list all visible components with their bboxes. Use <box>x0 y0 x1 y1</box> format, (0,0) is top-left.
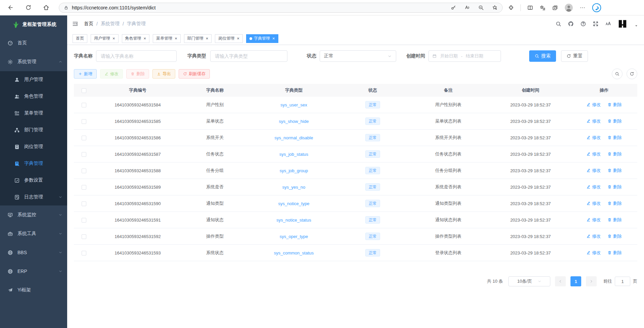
row-checkbox[interactable] <box>82 119 86 124</box>
sidebar-item-monitor[interactable]: 系统监控 <box>0 205 67 224</box>
edit-link[interactable]: 修改 <box>586 102 601 108</box>
collections-icon[interactable] <box>552 5 558 11</box>
show-search-button[interactable] <box>612 68 623 79</box>
sidebar-item-posts[interactable]: 岗位管理 <box>0 138 67 155</box>
reset-button[interactable]: 重置 <box>561 50 588 62</box>
dict-type-link[interactable]: sys_user_sex <box>280 102 307 107</box>
lock-icon[interactable] <box>64 5 68 10</box>
delete-link[interactable]: 删除 <box>607 151 622 157</box>
tab-home[interactable]: 首页 <box>73 34 87 43</box>
dict-type-input[interactable] <box>210 50 287 62</box>
read-aloud-icon[interactable] <box>464 5 470 10</box>
edit-link[interactable]: 修改 <box>586 135 601 141</box>
date-range-input[interactable]: 开始日期 - 结束日期 <box>428 50 501 62</box>
page-size-select[interactable]: 10条/页 <box>508 276 550 286</box>
sidebar-logo-row[interactable]: 意框架管理系统 <box>0 15 67 34</box>
close-icon[interactable]: × <box>272 36 275 41</box>
edit-button[interactable]: 修改 <box>100 69 123 79</box>
favorites-bar-icon[interactable] <box>540 5 546 11</box>
dict-type-link[interactable]: sys_oper_type <box>280 234 308 239</box>
bing-icon[interactable] <box>592 3 601 12</box>
edit-link[interactable]: 修改 <box>586 118 601 124</box>
delete-link[interactable]: 删除 <box>607 250 622 256</box>
question-icon[interactable] <box>580 21 586 27</box>
row-checkbox[interactable] <box>82 136 86 140</box>
row-checkbox[interactable] <box>82 218 86 223</box>
row-checkbox[interactable] <box>82 251 86 255</box>
dict-name-input[interactable] <box>96 50 177 62</box>
dict-type-link[interactable]: sys_common_status <box>274 250 314 255</box>
tab-dict[interactable]: 字典管理 × <box>246 34 278 43</box>
close-icon[interactable]: × <box>237 36 239 41</box>
row-checkbox[interactable] <box>82 201 86 206</box>
search-icon[interactable] <box>555 21 561 27</box>
edit-link[interactable]: 修改 <box>586 250 601 256</box>
row-checkbox[interactable] <box>82 185 86 190</box>
tab-dept[interactable]: 部门管理 × <box>184 34 212 43</box>
sidebar-item-home[interactable]: 首页 <box>0 34 67 52</box>
extensions-icon[interactable] <box>508 5 514 11</box>
breadcrumb-item[interactable]: / 首页 <box>84 21 93 27</box>
delete-link[interactable]: 删除 <box>607 135 622 141</box>
split-screen-icon[interactable] <box>527 5 533 11</box>
tab-user[interactable]: 用户管理 × <box>91 34 119 43</box>
close-icon[interactable]: × <box>112 36 115 41</box>
key-icon[interactable] <box>451 5 456 10</box>
goto-page-input[interactable] <box>615 277 630 286</box>
tab-role[interactable]: 角色管理 × <box>122 34 150 43</box>
row-checkbox[interactable] <box>82 169 86 173</box>
delete-button[interactable]: 删除 <box>126 69 149 79</box>
edit-link[interactable]: 修改 <box>586 200 601 206</box>
back-icon[interactable] <box>7 4 14 11</box>
prev-page-button[interactable] <box>555 276 566 286</box>
refresh-table-button[interactable] <box>627 68 637 79</box>
sidebar-item-dict[interactable]: 字典管理 <box>0 155 67 172</box>
zoom-out-icon[interactable] <box>478 5 484 10</box>
hamburger-icon[interactable] <box>72 20 79 27</box>
current-page-button[interactable]: 1 <box>570 276 581 286</box>
tab-post[interactable]: 岗位管理 × <box>215 34 243 43</box>
sidebar-item-erp[interactable]: ERP <box>0 262 67 281</box>
home-icon[interactable] <box>43 4 49 11</box>
sidebar-item-roles[interactable]: 角色管理 <box>0 88 67 105</box>
row-checkbox[interactable] <box>82 152 86 157</box>
sidebar-item-menus[interactable]: 菜单管理 <box>0 105 67 122</box>
dict-type-link[interactable]: sys_normal_disable <box>275 135 313 140</box>
dict-type-link[interactable]: sys_notice_status <box>276 218 311 223</box>
breadcrumb-item[interactable]: / 系统管理 <box>93 21 120 27</box>
sidebar-item-system[interactable]: 系统管理 <box>0 52 67 71</box>
delete-link[interactable]: 删除 <box>607 233 622 239</box>
dict-type-link[interactable]: sys_job_group <box>280 168 308 173</box>
sidebar-item-depts[interactable]: 部门管理 <box>0 122 67 138</box>
close-icon[interactable]: × <box>144 36 146 41</box>
search-button[interactable]: 搜索 <box>529 50 556 62</box>
export-button[interactable]: 导出 <box>152 69 175 79</box>
status-select[interactable]: 正常 <box>320 50 396 62</box>
sidebar-item-logs[interactable]: 日志管理 <box>0 189 67 205</box>
sidebar-item-users[interactable]: 用户管理 <box>0 71 67 88</box>
fullscreen-icon[interactable] <box>593 21 599 27</box>
close-icon[interactable]: × <box>206 36 209 41</box>
delete-link[interactable]: 删除 <box>607 200 622 206</box>
delete-link[interactable]: 删除 <box>607 217 622 223</box>
edit-link[interactable]: 修改 <box>586 151 601 157</box>
edit-link[interactable]: 修改 <box>586 184 601 190</box>
dict-type-link[interactable]: sys_job_status <box>279 152 308 157</box>
row-checkbox[interactable] <box>82 103 86 107</box>
delete-link[interactable]: 删除 <box>607 168 622 174</box>
breadcrumb-item[interactable]: / 字典管理 <box>120 21 146 27</box>
refresh-cache-button[interactable]: 刷新缓存 <box>179 69 210 79</box>
toolbar-divider[interactable] <box>520 4 521 11</box>
edit-link[interactable]: 修改 <box>586 233 601 239</box>
favorite-star-icon[interactable] <box>492 5 498 10</box>
sidebar-item-params[interactable]: 参数设置 <box>0 172 67 189</box>
tab-menu[interactable]: 菜单管理 × <box>153 34 181 43</box>
user-avatar-logo[interactable] <box>617 19 628 29</box>
edit-link[interactable]: 修改 <box>586 217 601 223</box>
chevron-down-icon[interactable] <box>635 24 638 28</box>
next-page-button[interactable] <box>586 276 597 286</box>
refresh-icon[interactable] <box>25 4 32 11</box>
profile-avatar-icon[interactable] <box>564 3 573 12</box>
address-bar[interactable]: https://ccnetcore.com:1101/system/dict <box>59 3 503 13</box>
close-icon[interactable]: × <box>175 36 177 41</box>
